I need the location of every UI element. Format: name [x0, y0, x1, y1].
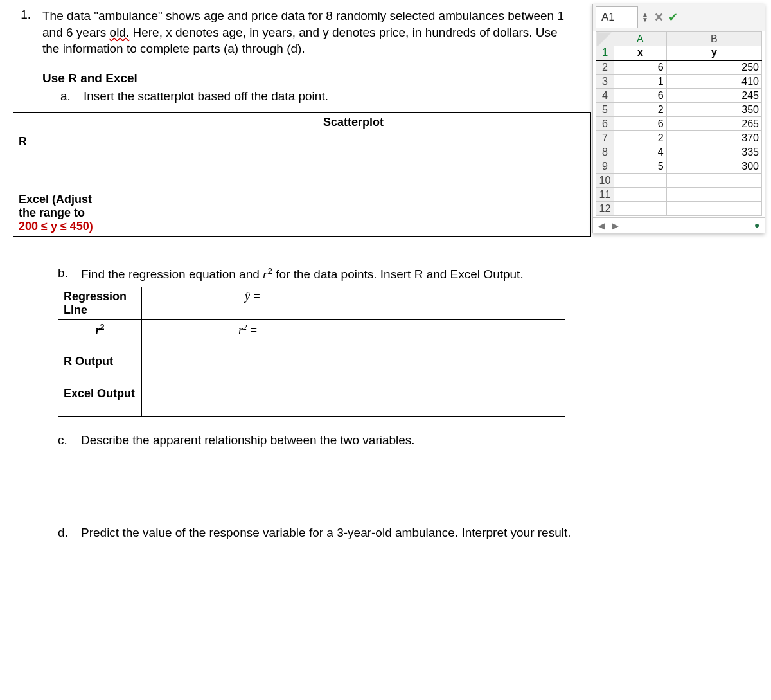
select-all-corner[interactable] — [596, 32, 614, 46]
row-header[interactable]: 10 — [596, 174, 614, 188]
prev-sheet-button[interactable]: ◀ — [598, 220, 605, 231]
part-b-letter: b. — [58, 266, 72, 282]
part-d-text: Predict the value of the response variab… — [81, 526, 771, 540]
row-excel-range: 200 ≤ y ≤ 450) — [19, 220, 93, 233]
row-header[interactable]: 3 — [596, 75, 614, 89]
row-header[interactable]: 4 — [596, 89, 614, 103]
part-d-letter: d. — [58, 526, 72, 540]
chevron-down-icon: ▼ — [642, 17, 648, 22]
cell[interactable]: 370 — [666, 131, 761, 145]
scatterplot-header: Scatterplot — [116, 112, 591, 132]
row-header[interactable]: 9 — [596, 159, 614, 174]
use-r-and-excel-heading: Use R and Excel — [42, 71, 565, 85]
regression-table: Regression Line ŷ = r2 r2 = R Output Exc… — [58, 287, 565, 417]
question-number: 1. — [13, 8, 31, 107]
part-a-letter: a. — [60, 89, 75, 103]
regression-line-label: Regression Line — [58, 287, 142, 320]
sheet-options-icon[interactable]: • — [754, 222, 759, 229]
cell[interactable]: 4 — [614, 145, 667, 159]
column-header-b[interactable]: B — [666, 32, 761, 46]
row-header[interactable]: 6 — [596, 117, 614, 131]
cell[interactable]: 1 — [614, 75, 667, 89]
excel-panel: A1 ▲ ▼ ✕ ✔ A B 1 x y — [592, 4, 765, 233]
cell[interactable]: 6 — [614, 60, 667, 75]
r-output-label: R Output — [58, 352, 142, 384]
cell[interactable]: 6 — [614, 117, 667, 131]
scatterplot-table: Scatterplot R Excel (Adjust the range to… — [13, 112, 591, 237]
part-c-text: Describe the apparent relationship betwe… — [81, 433, 771, 447]
sheet-tab-nav: ◀ ▶ • — [593, 217, 765, 233]
name-box[interactable]: A1 — [596, 6, 638, 28]
cell[interactable]: 2 — [614, 103, 667, 117]
r2-row-label: r2 — [58, 320, 142, 352]
cell[interactable]: 245 — [666, 89, 761, 103]
cell[interactable]: 350 — [666, 103, 761, 117]
part-b-text: Find the regression equation and r2 for … — [81, 266, 771, 282]
row-header[interactable]: 8 — [596, 145, 614, 159]
name-box-stepper[interactable]: ▲ ▼ — [642, 12, 648, 22]
cell[interactable]: 250 — [666, 60, 761, 75]
spreadsheet-grid[interactable]: A B 1 x y 26250 31410 46245 52350 66265 … — [596, 31, 762, 216]
cell[interactable] — [666, 202, 761, 216]
row-header[interactable]: 1 — [596, 46, 614, 60]
check-icon: ✔ — [668, 10, 678, 24]
excel-output-label: Excel Output — [58, 384, 142, 417]
cell[interactable]: 300 — [666, 159, 761, 174]
cell[interactable]: 265 — [666, 117, 761, 131]
cell[interactable] — [666, 174, 761, 188]
cell[interactable] — [614, 202, 667, 216]
row-header[interactable]: 5 — [596, 103, 614, 117]
row-header[interactable]: 2 — [596, 60, 614, 75]
row-header[interactable]: 7 — [596, 131, 614, 145]
question-intro: The data "ambulance" shows age and price… — [42, 8, 565, 57]
cell[interactable]: 6 — [614, 89, 667, 103]
cell[interactable]: 5 — [614, 159, 667, 174]
cell[interactable]: 335 — [666, 145, 761, 159]
close-icon: ✕ — [654, 10, 664, 24]
row-r-label: R — [13, 132, 116, 190]
column-header-a[interactable]: A — [614, 32, 667, 46]
yhat-label: ŷ = — [245, 290, 261, 303]
part-a-text: Insert the scatterplot based off the dat… — [84, 89, 565, 103]
cell[interactable]: 410 — [666, 75, 761, 89]
row-header[interactable]: 12 — [596, 202, 614, 216]
cell[interactable]: 2 — [614, 131, 667, 145]
row-excel-label-pre: Excel (Adjust the range to — [19, 193, 92, 219]
row-header[interactable]: 11 — [596, 188, 614, 202]
cell-b1[interactable]: y — [666, 46, 761, 60]
formula-bar: A1 ▲ ▼ ✕ ✔ — [593, 4, 765, 31]
r2-eq-label: r2 = — [238, 324, 258, 337]
cell-a1[interactable]: x — [614, 46, 667, 60]
cell[interactable] — [614, 188, 667, 202]
cell[interactable] — [614, 174, 667, 188]
confirm-button[interactable]: ✔ — [666, 4, 680, 31]
next-sheet-button[interactable]: ▶ — [612, 220, 619, 231]
cancel-button[interactable]: ✕ — [652, 4, 666, 31]
intro-underlined: old. — [110, 26, 130, 39]
part-c-letter: c. — [58, 433, 72, 447]
cell[interactable] — [666, 188, 761, 202]
